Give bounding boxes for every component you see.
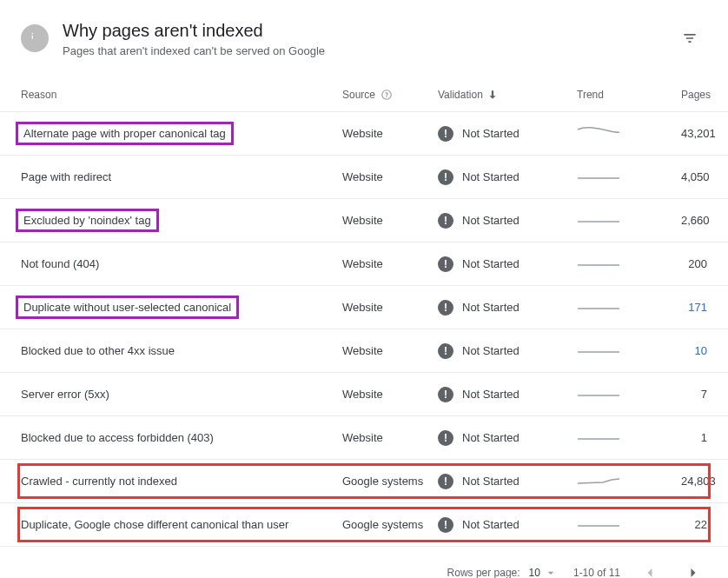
rows-per-page: Rows per page: 10 [447,566,558,578]
reason-cell[interactable]: Server error (5xx) [21,388,342,401]
help-icon[interactable] [381,89,393,101]
pages-cell: 200 [681,257,707,270]
source-cell: Website [342,431,438,444]
pages-cell[interactable]: 10 [681,344,707,357]
trend-cell [577,472,681,490]
sort-descending-icon [486,89,499,101]
validation-cell: !Not Started [438,213,577,229]
reason-cell[interactable]: Crawled - currently not indexed [21,475,342,488]
reason-text: Duplicate, Google chose different canoni… [21,518,288,531]
reason-text: Server error (5xx) [21,388,109,401]
validation-cell: !Not Started [438,169,577,185]
trend-sparkline [577,342,620,357]
col-header-source[interactable]: Source [342,89,438,101]
trend-sparkline [577,124,620,140]
validation-cell: !Not Started [438,300,577,316]
chevron-down-icon [544,566,558,578]
trend-cell [577,211,681,229]
validation-text: Not Started [462,388,520,401]
trend-sparkline [577,255,620,270]
reason-cell[interactable]: Page with redirect [21,170,342,183]
reason-cell[interactable]: Blocked due to other 4xx issue [21,344,342,357]
source-cell: Website [342,127,438,140]
validation-cell: !Not Started [438,343,577,359]
exclamation-icon: ! [438,126,453,142]
col-header-trend[interactable]: Trend [577,89,681,101]
trend-cell [577,255,681,273]
page-subtitle: Pages that aren't indexed can't be serve… [63,44,325,57]
table-row[interactable]: Duplicate without user-selected canonica… [0,286,728,329]
validation-text: Not Started [462,257,520,270]
reason-cell[interactable]: Blocked due to access forbidden (403) [21,431,342,444]
table-row[interactable]: Alternate page with proper canonical tag… [0,112,728,156]
validation-cell: !Not Started [438,256,577,272]
source-cell: Google systems [342,518,438,531]
rpp-select[interactable]: 10 [529,566,558,578]
trend-sparkline [577,298,620,314]
trend-cell [577,429,681,447]
card-header: Why pages aren't indexed Pages that aren… [0,21,728,78]
trend-cell [577,298,681,316]
trend-cell [577,515,681,534]
reason-text: Not found (404) [21,257,99,270]
header-left: Why pages aren't indexed Pages that aren… [21,21,325,57]
exclamation-icon: ! [438,517,453,533]
reason-cell[interactable]: Not found (404) [21,257,342,270]
reason-text: Excluded by 'noindex' tag [16,209,159,232]
source-cell: Website [342,214,438,227]
validation-text: Not Started [462,170,520,183]
pages-cell: 24,803 [681,475,716,488]
header-text: Why pages aren't indexed Pages that aren… [63,21,325,57]
pages-cell: 43,201 [681,127,716,140]
trend-cell [577,342,681,360]
reason-text: Blocked due to other 4xx issue [21,344,175,357]
reason-cell[interactable]: Duplicate without user-selected canonica… [21,298,342,316]
rpp-label: Rows per page: [447,567,520,578]
exclamation-icon: ! [438,343,453,359]
table-pager: Rows per page: 10 1-10 of 11 [0,547,728,578]
exclamation-icon: ! [438,300,453,316]
source-cell: Website [342,301,438,314]
prev-page-button[interactable] [636,559,664,578]
table-row[interactable]: Page with redirectWebsite!Not Started4,0… [0,156,728,199]
table-row[interactable]: Blocked due to access forbidden (403)Web… [0,416,728,460]
trend-cell [577,168,681,186]
validation-text: Not Started [462,431,520,444]
pages-cell: 7 [681,388,707,401]
page-range: 1-10 of 11 [573,567,620,578]
next-page-button[interactable] [679,559,707,578]
table-row[interactable]: Excluded by 'noindex' tagWebsite!Not Sta… [0,199,728,242]
validation-text: Not Started [462,475,520,488]
reason-text: Blocked due to access forbidden (403) [21,431,214,444]
pages-cell: 4,050 [681,170,710,183]
col-header-pages[interactable]: Pages [681,89,711,101]
table-row[interactable]: Server error (5xx)Website!Not Started7 [0,373,728,416]
table-row[interactable]: Crawled - currently not indexedGoogle sy… [0,460,728,503]
table-row[interactable]: Duplicate, Google chose different canoni… [0,503,728,547]
reason-text: Crawled - currently not indexed [21,475,177,488]
pages-cell[interactable]: 171 [681,301,707,314]
info-icon [21,24,49,52]
table-row[interactable]: Not found (404)Website!Not Started200 [0,242,728,286]
reason-cell[interactable]: Duplicate, Google chose different canoni… [21,518,342,531]
validation-cell: !Not Started [438,387,577,402]
pages-cell: 1 [681,431,707,444]
exclamation-icon: ! [438,256,453,272]
trend-sparkline [577,168,620,183]
reason-cell[interactable]: Excluded by 'noindex' tag [21,211,342,229]
trend-cell [577,124,681,143]
table-row[interactable]: Blocked due to other 4xx issueWebsite!No… [0,329,728,373]
reason-cell[interactable]: Alternate page with proper canonical tag [21,124,342,143]
filter-button[interactable] [672,21,707,56]
pages-cell: 2,660 [681,214,710,227]
col-header-validation[interactable]: Validation [438,89,577,101]
trend-sparkline [577,429,620,444]
table-body: Alternate page with proper canonical tag… [0,112,728,547]
page-title: Why pages aren't indexed [63,21,325,41]
col-header-reason[interactable]: Reason [21,89,342,101]
reason-text: Alternate page with proper canonical tag [16,122,234,145]
validation-cell: !Not Started [438,126,577,142]
exclamation-icon: ! [438,430,453,446]
table-header-row: Reason Source Validation Trend Pages [0,78,728,112]
validation-cell: !Not Started [438,474,577,489]
